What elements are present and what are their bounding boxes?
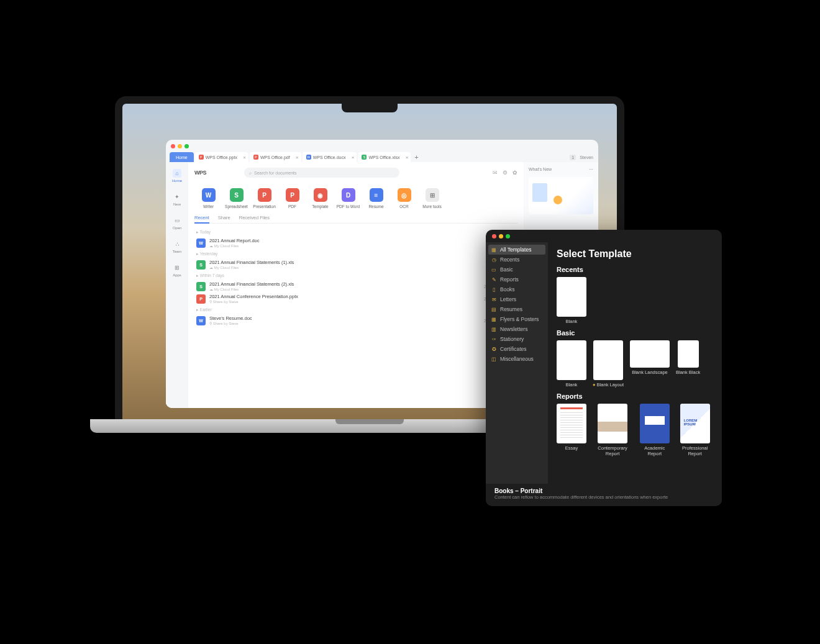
category-label: Certificates — [500, 346, 527, 352]
search-input[interactable]: ⌕ Search for documents — [244, 168, 399, 178]
document-tab[interactable]: WWPS Office.docx× — [303, 152, 357, 162]
file-group-label[interactable]: ▸ Within 7 days — [194, 271, 517, 280]
template-category-recents[interactable]: ◷Recents — [486, 255, 548, 265]
template-category-books[interactable]: ▯Books — [486, 284, 548, 294]
file-group-label[interactable]: ▸ Earlier — [194, 305, 517, 314]
template-category-letters[interactable]: ✉Letters — [486, 294, 548, 304]
app-tile-resume[interactable]: ≡Resume — [362, 188, 390, 209]
maximize-icon[interactable] — [184, 144, 189, 148]
template-card[interactable]: Blank Black — [676, 340, 700, 388]
minimize-icon[interactable] — [499, 234, 503, 238]
app-tile-more-tools[interactable]: ⊞More tools — [418, 188, 446, 209]
file-meta: ⚲ Share by Steve — [209, 299, 480, 304]
home-icon: ⌂ — [173, 169, 181, 178]
document-tab[interactable]: SWPS Office.xlsx× — [358, 152, 411, 162]
document-tab[interactable]: PWPS Office.pptx× — [195, 152, 248, 162]
file-row[interactable]: P2021 Annual Conference Presentation.ppt… — [194, 293, 517, 305]
chat-icon[interactable]: ✉ — [493, 170, 498, 176]
template-category-resumes[interactable]: ▤Resumes — [486, 304, 548, 314]
minimize-icon[interactable] — [178, 144, 182, 148]
app-tile-presentation[interactable]: PPresentation — [250, 188, 278, 209]
sidebar-item-new[interactable]: ✦New — [166, 191, 188, 208]
close-tab-icon[interactable]: × — [296, 155, 299, 160]
file-row[interactable]: W2021 Annual Report.doc☁ My Cloud Files0… — [194, 237, 517, 249]
sidebar-item-home[interactable]: ⌂Home — [166, 167, 188, 184]
close-tab-icon[interactable]: × — [406, 155, 409, 160]
close-icon[interactable] — [171, 144, 175, 148]
template-category-flyers---posters[interactable]: ▦Flyers & Posters — [486, 314, 548, 324]
template-card[interactable]: Blank — [557, 340, 586, 388]
open-icon: ▭ — [173, 216, 181, 225]
tile-label: OCR — [399, 204, 408, 209]
file-group-label[interactable]: ▸ Yesterday — [194, 249, 517, 258]
template-category-reports[interactable]: ✎Reports — [486, 274, 548, 284]
app-tile-spreadsheet[interactable]: SSpreadsheet — [222, 188, 250, 209]
file-group-label[interactable]: ▸ Today — [194, 227, 517, 237]
template-card[interactable]: Professional Report — [676, 404, 713, 456]
file-row[interactable]: WSteve's Resume.doc⚲ Share by Steve2021-… — [194, 314, 517, 327]
template-card[interactable]: Academic Report — [639, 404, 670, 456]
file-row[interactable]: S2021 Annual Financial Statements (2).xl… — [194, 280, 517, 293]
template-card[interactable]: Blank — [557, 277, 586, 324]
category-icon: ▭ — [491, 266, 497, 273]
app-tile-pdf[interactable]: PPDF — [278, 188, 306, 209]
app-tile-template[interactable]: ◉Template — [306, 188, 334, 209]
template-sidebar: ▦All Templates◷Recents▭Basic✎Reports▯Boo… — [486, 242, 548, 484]
app-tile-pdf-to-word[interactable]: DPDF to Word — [334, 188, 362, 209]
template-card[interactable]: Blank Landscape — [630, 340, 670, 388]
filetab-received-files[interactable]: Received Files — [239, 215, 270, 220]
maximize-icon[interactable] — [506, 234, 510, 238]
section-reports: Reports — [557, 392, 713, 400]
template-card[interactable]: ● Blank Layout — [593, 340, 624, 388]
close-icon[interactable] — [492, 234, 496, 238]
close-tab-icon[interactable]: × — [243, 155, 246, 160]
sidebar-item-team[interactable]: ⛬Team — [166, 238, 188, 255]
template-category-certificates[interactable]: ✪Certificates — [486, 344, 548, 354]
wps-user-area: 1 Steven — [570, 152, 598, 162]
file-name: 2021 Annual Conference Presentation.pptx — [209, 294, 480, 299]
more-icon[interactable]: ⋯ — [589, 167, 593, 172]
category-icon: ✪ — [491, 346, 497, 352]
app-tile-ocr[interactable]: ◎OCR — [390, 188, 418, 209]
template-category-all-templates[interactable]: ▦All Templates — [488, 245, 545, 255]
template-thumbnail — [557, 277, 586, 317]
app-tile-writer[interactable]: WWriter — [194, 188, 222, 209]
user-name[interactable]: Steven — [580, 155, 593, 160]
file-name: Steve's Resume.doc — [209, 315, 480, 321]
template-card[interactable]: Contemporary Report — [593, 404, 632, 456]
template-category-miscellaneous[interactable]: ◫Miscellaneous — [486, 354, 548, 364]
template-thumbnail — [678, 340, 699, 368]
close-tab-icon[interactable]: × — [352, 155, 355, 160]
template-category-newsletters[interactable]: ▥Newsletters — [486, 324, 548, 334]
file-meta: ☁ My Cloud Files — [209, 265, 490, 270]
template-thumbnail — [593, 340, 623, 380]
footer-desc: Content can reflow to accommodate differ… — [494, 494, 713, 500]
tab-home[interactable]: Home — [170, 152, 194, 162]
filetab-share[interactable]: Share — [218, 215, 230, 220]
template-thumbnail — [557, 340, 586, 380]
template-card[interactable]: Essay — [557, 404, 586, 456]
template-label: Blank Landscape — [632, 370, 668, 375]
laptop-notch — [342, 104, 398, 112]
template-category-basic[interactable]: ▭Basic — [486, 265, 548, 274]
reports-grid: EssayContemporary ReportAcademic ReportP… — [557, 404, 713, 456]
tile-label: Spreadsheet — [225, 204, 248, 209]
tile-label: PDF to Word — [337, 204, 360, 209]
category-label: Miscellaneous — [500, 356, 534, 362]
sidebar-item-open[interactable]: ▭Open — [166, 214, 188, 232]
document-tab[interactable]: PWPS Office.pdf× — [250, 152, 301, 162]
skin-icon[interactable]: ✿ — [512, 170, 517, 176]
file-row[interactable]: S2021 Annual Financial Statements (1).xl… — [194, 258, 517, 271]
category-label: Flyers & Posters — [500, 316, 539, 322]
new-tab-button[interactable]: + — [412, 152, 421, 162]
notification-badge[interactable]: 1 — [570, 155, 576, 160]
filetab-recent[interactable]: Recent — [194, 215, 209, 224]
gear-icon[interactable]: ⚙ — [503, 170, 508, 176]
app-icon: ◎ — [398, 188, 411, 202]
template-title: Select Template — [557, 248, 713, 260]
sidebar-item-apps[interactable]: ⊞Apps — [166, 261, 188, 279]
template-thumbnail — [640, 404, 670, 443]
file-meta: ☁ My Cloud Files — [209, 287, 480, 291]
tile-label: PDF — [288, 204, 296, 209]
template-category-stationery[interactable]: ✑Stationery — [486, 334, 548, 344]
